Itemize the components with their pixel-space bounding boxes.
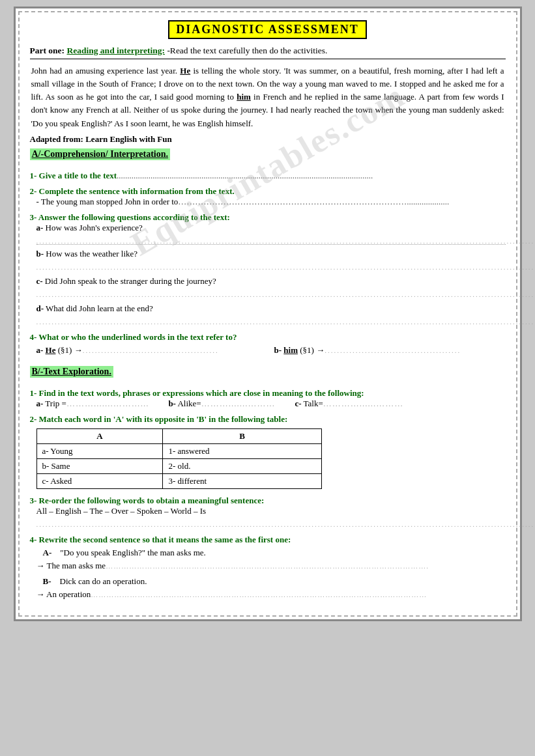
- section-a-label: A/-Comprehension/ Interpretation.: [30, 148, 170, 160]
- q3c-line: ........................................…: [36, 289, 506, 300]
- adapted-text: Adapted from: Learn English with Fun: [30, 134, 506, 145]
- section-b-label: B/-Text Exploration.: [30, 366, 113, 378]
- b4a-block: A- "Do you speak English?" the man asks …: [43, 548, 506, 558]
- b-question-4: 4- Rewrite the second sentence so that i…: [30, 535, 506, 600]
- q2-label: 2- Complete the sentence with informatio…: [30, 186, 235, 196]
- q4b: b- him (§1) →...........................…: [274, 345, 506, 356]
- b4a-label: A-: [43, 548, 52, 557]
- table-row: c- Asked 3- different: [36, 473, 321, 488]
- reading-text: John had an amusing experience last year…: [30, 64, 506, 130]
- title-box: DIAGNOSTIC ASSESSMENT: [30, 20, 506, 39]
- q3-label: 3- Answer the following questions accord…: [30, 212, 230, 222]
- b1-label: 1- Find in the text words, phrases or ex…: [30, 388, 364, 398]
- q4-label: 4- What or who the underlined words in t…: [30, 332, 237, 342]
- q1-label: 1- Give a title to the text: [30, 171, 117, 180]
- question-2: 2- Complete the sentence with informatio…: [30, 186, 506, 207]
- table-cell-a3: c- Asked: [36, 473, 163, 488]
- q3b-line: ........................................…: [36, 262, 506, 272]
- page-inner: Equiprintables.com DIAGNOSTIC ASSESSMENT…: [30, 20, 506, 600]
- b4b-label: B-: [43, 576, 51, 586]
- q3d: d- What did John learn at the end?: [36, 303, 506, 314]
- question-1: 1- Give a title to the text.............…: [30, 171, 506, 181]
- table-row: b- Same 2- old.: [36, 458, 321, 473]
- q4-refs: a- He (§1) →............................…: [36, 345, 506, 356]
- b1b: b- Alike=……….......………: [168, 399, 275, 409]
- b4b-answer-line: → An operation………………………………………………………………………: [36, 589, 506, 600]
- q1-dots: ........................................…: [117, 171, 373, 180]
- table-cell-b2: 2- old.: [163, 458, 321, 473]
- part-one-header: Part one: Reading and interpreting: -Rea…: [30, 46, 506, 59]
- q2-sub: - The young man stopped John in order to…: [36, 197, 506, 207]
- b4b-text: Dick can do an operation.: [60, 576, 147, 586]
- q3a-line: ........................................…: [36, 236, 506, 245]
- page: Equiprintables.com DIAGNOSTIC ASSESSMENT…: [14, 7, 522, 621]
- b3-line: ........................................…: [36, 519, 506, 529]
- table-cell-b1: 1- answered: [163, 443, 321, 458]
- b4-label: 4- Rewrite the second sentence so that i…: [30, 535, 291, 544]
- section-a-header: A/-Comprehension/ Interpretation.: [30, 148, 506, 165]
- table-cell-b3: 3- different: [163, 473, 321, 488]
- table-cell-a2: b- Same: [36, 458, 163, 473]
- question-3: 3- Answer the following questions accord…: [30, 212, 506, 327]
- table-header-a: A: [36, 428, 163, 443]
- question-4: 4- What or who the underlined words in t…: [30, 332, 506, 356]
- b-question-2: 2- Match each word in 'A' with its oppos…: [30, 414, 506, 489]
- b-question-3: 3- Re-order the following words to obtai…: [30, 496, 506, 529]
- b1a: a- Trip =……….......………...: [36, 399, 149, 409]
- table-cell-a1: a- Young: [36, 443, 163, 458]
- b1c: c- Talk=…………......………: [295, 399, 403, 409]
- part-one-label: Part one:: [30, 46, 65, 55]
- b3-words: All – English – The – Over – Spoken – Wo…: [36, 506, 506, 516]
- b2-label: 2- Match each word in 'A' with its oppos…: [30, 414, 288, 424]
- section-b-header: B/-Text Exploration.: [30, 361, 506, 383]
- b-question-1: 1- Find in the text words, phrases or ex…: [30, 388, 506, 409]
- b4b-block: B- Dick can do an operation.: [43, 576, 506, 587]
- table-row: a- Young 1- answered: [36, 443, 321, 458]
- match-table: A B a- Young 1- answered b- Same 2- old.…: [36, 428, 322, 489]
- q3a: a- How was John's experience?: [36, 223, 506, 233]
- q3c: c- Did John speak to the stranger during…: [36, 276, 506, 287]
- q4a: a- He (§1) →............................…: [36, 345, 268, 356]
- b3-label: 3- Re-order the following words to obtai…: [30, 496, 265, 505]
- q3b: b- How was the weather like?: [36, 249, 506, 259]
- b4a-text: "Do you speak English?" the man asks me.: [60, 548, 206, 557]
- part-one-instruction: -Read the text carefully then do the act…: [167, 46, 327, 55]
- b4a-answer-line: → The man asks me………………………………………………………………: [36, 561, 506, 571]
- table-header-b: B: [163, 428, 321, 443]
- b1-words: a- Trip =……….......………... b- Alike=………..…: [36, 399, 506, 409]
- part-one-section: Reading and interpreting:: [66, 46, 165, 55]
- page-title: DIAGNOSTIC ASSESSMENT: [168, 20, 367, 39]
- q3d-line: ........................................…: [36, 316, 506, 327]
